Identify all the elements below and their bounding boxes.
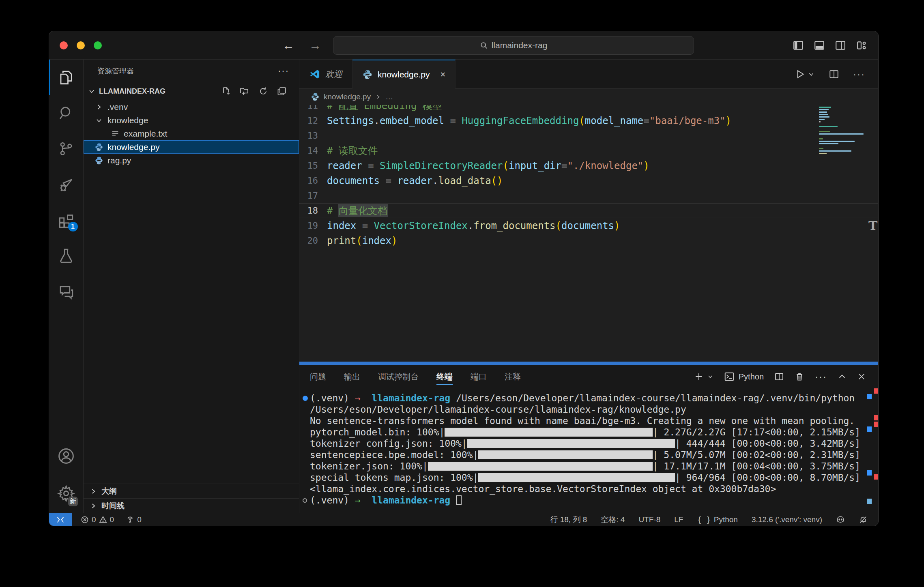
search-icon	[480, 41, 488, 49]
activity-chat[interactable]	[49, 274, 84, 309]
tree-item-knowledge-py[interactable]: knowledge.py	[84, 140, 299, 154]
breadcrumb-file[interactable]: knowledge.py	[324, 92, 371, 101]
code-line-19: 19index = VectorStoreIndex.from_document…	[299, 218, 878, 233]
ports-status[interactable]: 0	[126, 515, 142, 524]
notifications-status[interactable]	[859, 515, 868, 524]
breadcrumb-more[interactable]: …	[385, 92, 393, 101]
terminal-cursor	[456, 495, 462, 505]
forward-button[interactable]: →	[309, 39, 321, 52]
activity-extensions[interactable]: 1	[49, 202, 84, 238]
progress-bar	[478, 473, 675, 482]
toggle-panel-icon[interactable]	[814, 40, 825, 51]
kill-terminal-icon[interactable]	[795, 372, 804, 381]
collapse-all-icon[interactable]	[277, 86, 287, 96]
line-number: 11	[299, 105, 318, 111]
refresh-icon[interactable]	[258, 86, 268, 96]
eol-sequence[interactable]: LF	[674, 515, 683, 524]
zoom-window-button[interactable]	[94, 41, 102, 49]
toggle-secondary-sidebar-icon[interactable]	[835, 40, 846, 51]
tab-welcome[interactable]: 欢迎	[299, 60, 352, 89]
command-center-search[interactable]: llamaindex-rag	[333, 36, 694, 55]
split-editor-icon[interactable]	[829, 69, 839, 79]
progress-bar	[428, 462, 653, 471]
tree-item-example-txt[interactable]: example.txt	[84, 127, 299, 140]
code-line-16: 16documents = reader.load_data()	[299, 173, 878, 188]
code-editor[interactable]: 11# 配置 Embedding 模型12Settings.embed_mode…	[299, 105, 878, 362]
activity-bar: 1 新	[49, 60, 84, 513]
new-terminal-icon[interactable]	[694, 372, 704, 381]
problems-status[interactable]: 0 0	[81, 515, 114, 524]
terminal-profile[interactable]: Python	[724, 371, 764, 382]
command-decoration-icon[interactable]	[303, 396, 308, 401]
activity-testing[interactable]	[49, 238, 84, 274]
mouse-cursor: T	[868, 219, 877, 233]
split-terminal-icon[interactable]	[774, 372, 784, 381]
tree-item--venv[interactable]: .venv	[84, 100, 299, 114]
chevron-down-icon	[88, 87, 96, 95]
run-button[interactable]	[795, 69, 805, 79]
sidebar-more-actions[interactable]: ···	[278, 66, 289, 76]
chevron-down-icon	[95, 116, 103, 124]
overview-ruler-mark	[867, 426, 872, 432]
language-mode[interactable]: { } Python	[697, 515, 737, 524]
activity-explorer[interactable]	[49, 60, 84, 95]
toggle-sidebar-icon[interactable]	[793, 40, 804, 51]
code-line-17: 17	[299, 188, 878, 203]
command-decoration-icon[interactable]	[303, 498, 307, 503]
tree-item-rag-py[interactable]: rag.py	[84, 154, 299, 167]
close-window-button[interactable]	[60, 41, 68, 49]
tree-item-label: knowledge.py	[107, 142, 159, 152]
panel-tab-问题[interactable]: 问题	[310, 365, 326, 388]
tree-item-label: rag.py	[107, 156, 131, 165]
panel-tab-注释[interactable]: 注释	[505, 365, 521, 388]
terminal-line: tokenizer.json: 100%|| 17.1M/17.1M [00:0…	[303, 461, 878, 472]
code-line-15: 15reader = SimpleDirectoryReader(input_d…	[299, 158, 878, 173]
terminal-line: /Users/eson/Developer/llamaindex-course/…	[303, 404, 878, 415]
tab-knowledge-py[interactable]: knowledge.py ×	[352, 60, 456, 89]
activity-source-control[interactable]	[49, 131, 84, 167]
settings-button[interactable]: 新	[49, 474, 84, 513]
new-file-icon[interactable]	[221, 86, 231, 96]
minimap[interactable]	[819, 107, 867, 155]
panel-tab-输出[interactable]: 输出	[344, 365, 360, 388]
close-tab-icon[interactable]: ×	[440, 69, 445, 80]
settings-badge: 新	[68, 497, 78, 506]
activity-run-debug[interactable]	[49, 167, 84, 202]
account-button[interactable]	[49, 438, 84, 474]
indentation[interactable]: 空格: 4	[601, 514, 625, 525]
new-folder-icon[interactable]	[240, 86, 249, 96]
timeline-section[interactable]: 时间线	[84, 498, 299, 513]
python-file-icon	[311, 92, 320, 101]
error-icon	[81, 516, 89, 524]
customize-layout-icon[interactable]	[856, 40, 867, 51]
panel-more-actions[interactable]: ···	[815, 371, 827, 382]
maximize-panel-icon[interactable]	[838, 372, 847, 381]
terminal-output[interactable]: (.venv) → llamaindex-rag /Users/eson/Dev…	[299, 388, 878, 513]
workspace-section-header[interactable]: LLAMAINDEX-RAG	[84, 82, 299, 100]
breadcrumb[interactable]: knowledge.py …	[299, 89, 878, 105]
python-interpreter[interactable]: 3.12.6 ('.venv': venv)	[752, 515, 822, 524]
tree-item-knowledge[interactable]: knowledge	[84, 114, 299, 127]
back-button[interactable]: ←	[282, 39, 294, 52]
code-line-18: 18# 向量化文档	[299, 203, 878, 218]
outline-section[interactable]: 大纲	[84, 484, 299, 498]
terminal-line: <llama_index.core.indices.vector_store.b…	[303, 483, 878, 495]
activity-search[interactable]	[49, 95, 84, 131]
panel-tab-终端[interactable]: 终端	[436, 365, 453, 388]
panel-tab-端口[interactable]: 端口	[471, 365, 487, 388]
text-file-icon	[111, 129, 120, 138]
remote-indicator[interactable]	[49, 513, 72, 526]
copilot-status[interactable]	[836, 515, 845, 524]
minimize-window-button[interactable]	[77, 41, 85, 49]
chevron-right-icon	[89, 502, 97, 510]
close-panel-icon[interactable]	[857, 372, 866, 381]
code-line-20: 20print(index)	[299, 233, 878, 248]
terminal-dropdown-icon[interactable]	[707, 373, 713, 380]
cursor-position[interactable]: 行 18, 列 8	[550, 514, 587, 525]
chevron-right-icon	[375, 94, 381, 100]
run-dropdown-icon[interactable]	[808, 71, 815, 78]
panel-tab-调试控制台[interactable]: 调试控制台	[378, 365, 419, 388]
editor-more-actions[interactable]: ···	[853, 69, 865, 80]
explorer-sidebar: 资源管理器 ··· LLAMAINDEX-RAG .venvknowledgee…	[84, 60, 299, 513]
encoding[interactable]: UTF-8	[638, 515, 660, 524]
